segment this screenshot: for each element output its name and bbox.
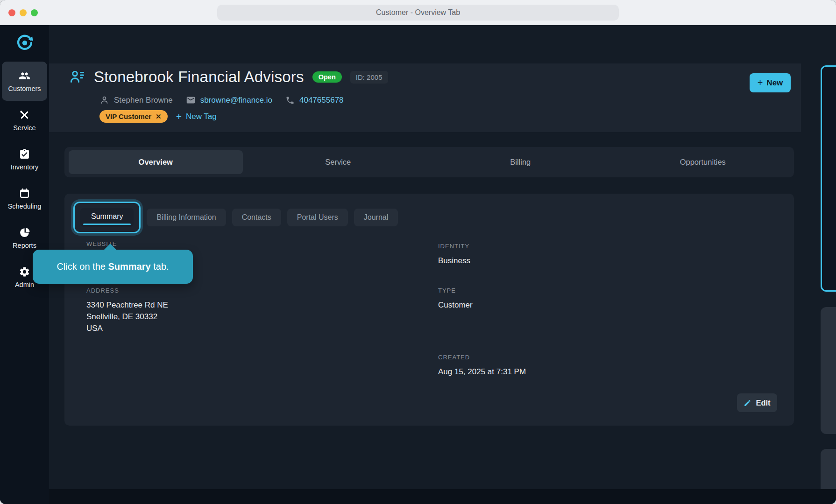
pie-chart-icon	[19, 227, 30, 238]
people-icon	[19, 70, 30, 82]
remove-tag-icon[interactable]: ✕	[156, 112, 162, 121]
active-subtab-underline	[83, 224, 131, 225]
new-tag-label: New Tag	[186, 112, 217, 121]
tab-service[interactable]: Service	[247, 147, 430, 177]
tab-label: Billing	[510, 158, 531, 167]
phone-icon	[285, 96, 295, 105]
sidebar-item-service[interactable]: Service	[2, 101, 47, 140]
zoom-window-button[interactable]	[31, 9, 38, 16]
overview-subtabs: Summary Billing Information Contacts Por…	[73, 202, 398, 233]
new-tag-button[interactable]: + New Tag	[176, 112, 217, 121]
clipboard-check-icon	[19, 148, 30, 160]
type-label: TYPE	[438, 287, 456, 294]
person-icon	[99, 95, 109, 105]
tab-label: Service	[325, 158, 351, 167]
tab-overview[interactable]: Overview	[64, 147, 247, 177]
summary-focus-ring[interactable]: Summary	[73, 202, 141, 233]
side-panel	[821, 307, 836, 434]
created-label: CREATED	[438, 354, 470, 361]
plus-icon: +	[758, 77, 763, 88]
app-body: Customers Service Inventory	[0, 25, 836, 504]
subtab-label: Summary	[91, 212, 123, 220]
pencil-icon	[744, 399, 751, 407]
app-window: Customer - Overview Tab Customers	[0, 0, 836, 504]
minimize-window-button[interactable]	[20, 9, 27, 16]
tab-billing[interactable]: Billing	[429, 147, 612, 177]
customer-tabs: Overview Service Billing Opportunities	[64, 147, 794, 177]
tag-label: VIP Customer	[106, 112, 151, 120]
new-button-label: New	[766, 78, 783, 88]
tab-label: Overview	[139, 158, 173, 167]
app-logo-icon	[15, 34, 34, 52]
subtab-summary[interactable]: Summary	[80, 208, 134, 227]
tab-opportunities[interactable]: Opportunities	[612, 147, 794, 177]
tooltip-arrow-icon	[104, 244, 117, 250]
bottom-band	[0, 489, 836, 504]
edit-button-label: Edit	[756, 399, 770, 407]
tools-icon	[19, 109, 30, 121]
gear-icon	[19, 266, 30, 278]
sidebar-item-label: Inventory	[11, 163, 39, 171]
sidebar-item-label: Customers	[8, 85, 41, 92]
sidebar-item-label: Scheduling	[8, 203, 42, 210]
side-panel-highlighted	[821, 65, 836, 292]
type-value: Customer	[438, 299, 473, 311]
sidebar-item-label: Admin	[15, 281, 34, 288]
overview-panel: Summary Billing Information Contacts Por…	[64, 194, 794, 426]
new-button[interactable]: + New	[750, 73, 791, 92]
vip-customer-tag[interactable]: VIP Customer ✕	[99, 110, 168, 123]
close-window-button[interactable]	[8, 9, 15, 16]
identity-label: IDENTITY	[438, 243, 469, 250]
subtab-contacts[interactable]: Contacts	[232, 209, 281, 226]
tooltip-text: Click on the Summary tab.	[57, 261, 169, 272]
address-value: 3340 Peachtree Rd NE Snellville, DE 3033…	[86, 299, 168, 334]
subtab-billing-information[interactable]: Billing Information	[147, 209, 226, 226]
status-badge: Open	[312, 71, 342, 83]
sidebar-item-label: Reports	[13, 242, 36, 249]
sidebar-item-inventory[interactable]: Inventory	[2, 140, 47, 179]
sidebar-item-label: Service	[13, 124, 35, 132]
window-title: Customer - Overview Tab	[217, 5, 619, 21]
plus-icon: +	[176, 112, 182, 121]
edit-button[interactable]: Edit	[737, 393, 777, 412]
sidebar-item-scheduling[interactable]: Scheduling	[2, 179, 47, 218]
customer-id: ID: 2005	[350, 71, 388, 84]
tab-label: Opportunities	[680, 158, 726, 167]
customer-name-title: Stonebrook Financial Advisors	[94, 68, 304, 86]
contact-name: Stephen Browne	[114, 96, 173, 105]
sidebar-item-customers[interactable]: Customers	[2, 62, 47, 101]
address-label: ADDRESS	[86, 287, 119, 294]
titlebar: Customer - Overview Tab	[0, 0, 836, 25]
created-value: Aug 15, 2025 at 7:31 PM	[438, 366, 526, 378]
coach-tooltip: Click on the Summary tab.	[33, 250, 193, 284]
phone-link[interactable]: 4047655678	[299, 96, 344, 105]
customer-card-icon	[69, 69, 85, 85]
mail-icon	[186, 95, 196, 105]
subtab-journal[interactable]: Journal	[354, 209, 398, 226]
email-link[interactable]: sbrowne@finance.io	[200, 96, 272, 105]
customer-header: Stonebrook Financial Advisors Open ID: 2…	[49, 63, 801, 132]
identity-value: Business	[438, 255, 470, 266]
calendar-icon	[19, 188, 30, 199]
subtab-portal-users[interactable]: Portal Users	[287, 209, 348, 226]
